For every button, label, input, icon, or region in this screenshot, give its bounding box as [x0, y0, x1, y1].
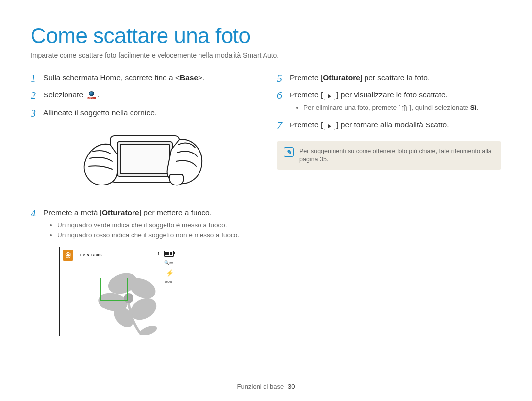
step-text: Premete a metà [: [43, 208, 102, 216]
right-column: 5 Premete [Otturatore] per scattare la f…: [277, 73, 501, 343]
camera-lcd-preview: ❀ F2.5 1/30S 1 🔍▭ ⚡ SMART: [59, 247, 178, 336]
flash-auto-icon: ⚡: [166, 269, 174, 278]
playback-icon: [324, 123, 335, 130]
step-text: Selezionate: [43, 91, 85, 99]
footer-section: Funzioni di base: [237, 383, 284, 390]
step-number: 7: [277, 118, 282, 133]
step-text: Premete [: [290, 73, 323, 82]
left-column: 1 Sulla schermata Home, scorrete fino a …: [31, 73, 255, 343]
svg-point-9: [138, 324, 158, 336]
step-text: ] per mettere a fuoco.: [139, 208, 212, 216]
step-number: 4: [31, 206, 36, 220]
emphasis: Otturatore: [323, 73, 360, 82]
step-number: 3: [31, 106, 36, 121]
emphasis: Base: [180, 73, 198, 82]
step-3: 3 Allineate il soggetto nella cornice.: [31, 108, 255, 201]
tip-callout: ✎ Per suggerimenti su come ottenere foto…: [277, 141, 501, 170]
exposure-readout: F2.5 1/30S: [80, 253, 102, 258]
step-text: ] per visualizzare le foto scattate.: [336, 91, 448, 99]
step-text: ] per tornare alla modalità Scatto.: [336, 121, 449, 129]
battery-icon: [164, 251, 174, 257]
step-2: 2 Selezionate SMART .: [31, 90, 255, 101]
playback-icon: [324, 93, 335, 100]
step-6: 6 Premete [] per visualizzare le foto sc…: [277, 90, 501, 113]
sub-bullet: Per eliminare una foto, premete [🗑], qui…: [303, 103, 501, 113]
step-1: 1 Sulla schermata Home, scorrete fino a …: [31, 73, 255, 83]
step-text: Premete [: [290, 91, 323, 99]
step-number: 6: [277, 88, 282, 103]
note-icon: ✎: [284, 147, 294, 157]
step-text: Allineate il soggetto nella cornice.: [43, 108, 157, 117]
page-number: 30: [288, 383, 295, 390]
step-text: ] per scattare la foto.: [360, 73, 430, 82]
smart-mode-icon: SMART: [86, 90, 97, 101]
step-text: Sulla schermata Home, scorrete fino a <: [43, 73, 180, 82]
tip-text: Per suggerimenti su come ottenere foto p…: [299, 147, 495, 164]
page-footer: Funzioni di base 30: [0, 383, 532, 390]
step-number: 1: [31, 71, 36, 86]
step-text: >.: [198, 73, 204, 82]
step-number: 5: [277, 71, 282, 86]
page-title: Come scattare una foto: [31, 24, 501, 48]
sub-bullet: Un riquadro rosso indica che il soggetto…: [57, 231, 255, 240]
autofocus-box: [100, 278, 128, 301]
page-subtitle: Imparate come scattare foto facilmente e…: [31, 51, 501, 59]
step-text: Premete [: [290, 121, 323, 129]
emphasis: Otturatore: [102, 208, 139, 216]
step-7: 7 Premete [] per tornare alla modalità S…: [277, 120, 501, 130]
step-number: 2: [31, 88, 36, 103]
macro-icon: ❀: [63, 250, 73, 261]
trash-icon: 🗑: [401, 103, 409, 113]
step-4: 4 Premete a metà [Otturatore] per metter…: [31, 208, 255, 336]
sub-bullet: Un riquadro verde indica che il soggetto…: [57, 221, 255, 230]
hands-holding-camera-illustration: [73, 127, 255, 201]
shots-remaining: 1: [157, 251, 160, 257]
svg-rect-2: [120, 145, 169, 173]
step-5: 5 Premete [Otturatore] per scattare la f…: [277, 73, 501, 83]
